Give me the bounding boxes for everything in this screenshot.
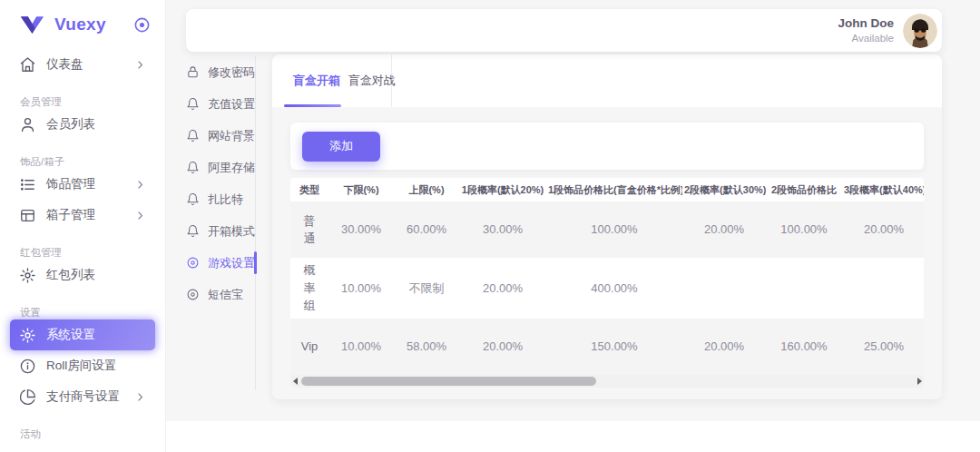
sidebar-item[interactable]: 会员列表 — [10, 109, 155, 140]
bell-icon — [186, 192, 200, 206]
info-icon — [19, 358, 36, 375]
scrollbar-track[interactable] — [299, 375, 915, 388]
table-cell — [842, 258, 924, 319]
table-cell: 60.00% — [394, 201, 459, 258]
settings-nav-item[interactable]: 扎比特 — [186, 183, 255, 215]
table-cell: 160.00% — [766, 319, 842, 375]
table-cell: 20.00% — [459, 319, 546, 375]
user-menu[interactable]: John Doe Available — [838, 14, 937, 48]
settings-nav-item[interactable]: 阿里存储 — [186, 152, 255, 183]
table-row: Vip10.00%58.00%20.00%150.00%20.00%160.00… — [290, 319, 924, 375]
user-icon — [19, 116, 36, 133]
table-row: 概率组10.00%不限制20.00%400.00% — [290, 258, 924, 319]
settings-nav-item-label: 阿里存储 — [208, 160, 255, 176]
settings-nav-item[interactable]: 开箱模式 — [186, 215, 255, 247]
brand-name: Vuexy — [54, 15, 106, 34]
disc-icon — [186, 256, 200, 270]
settings-nav-item[interactable]: 充值设置 — [186, 88, 255, 120]
table-cell: 概率组 — [290, 258, 328, 319]
page: Vuexy 仪表盘会员管理会员列表饰品/箱子饰品管理箱子管理红包管理红包列表设置… — [0, 0, 980, 452]
logo-row: Vuexy — [0, 0, 165, 49]
sidebar-item-label: 红包列表 — [46, 267, 95, 283]
home-icon — [19, 56, 36, 74]
tab-label: 盲盒开箱 — [293, 73, 340, 89]
table-header-cell: 1段饰品价格比(盲盒价格*比例) — [546, 178, 682, 201]
toolbar-card: 添加 — [290, 123, 924, 170]
sidebar-item[interactable]: 支付商号设置 — [10, 381, 155, 412]
table-header-cell: 3段概率(默认40%) — [842, 178, 924, 201]
box-icon — [19, 207, 36, 224]
user-texts: John Doe Available — [838, 16, 894, 44]
sidebar-menu: 仪表盘会员管理会员列表饰品/箱子饰品管理箱子管理红包管理红包列表设置系统设置Ro… — [0, 49, 165, 441]
sidebar-item-label: 支付商号设置 — [46, 388, 120, 405]
add-button[interactable]: 添加 — [302, 132, 380, 162]
lock-icon — [186, 65, 200, 79]
sidebar-section-label: 饰品/箱子 — [20, 154, 145, 169]
bell-icon — [186, 97, 200, 111]
settings-nav-item[interactable]: 网站背景 — [186, 120, 255, 152]
sidebar-section-label: 活动 — [20, 427, 145, 441]
sidebar-section-label: 设置 — [20, 305, 145, 319]
table-card: 类型下限(%)上限(%)1段概率(默认20%)1段饰品价格比(盲盒价格*比例)2… — [290, 178, 924, 388]
tab[interactable]: 盲盒开箱 — [293, 54, 340, 107]
table-header-cell: 1段概率(默认20%) — [459, 178, 546, 201]
disc-icon — [186, 288, 200, 301]
chevron-icon — [134, 59, 146, 71]
table-cell: 20.00% — [842, 201, 924, 258]
sidebar-item[interactable]: Roll房间设置 — [10, 350, 155, 381]
table-cell — [766, 258, 842, 319]
user-name: John Doe — [838, 16, 894, 32]
settings-nav-item[interactable]: 短信宝 — [186, 279, 255, 310]
chevron-icon — [134, 210, 146, 221]
settings-nav-item-label: 网站背景 — [208, 128, 255, 144]
tab-label: 盲盒对战 — [348, 73, 396, 89]
scrollbar-thumb[interactable] — [301, 377, 596, 386]
settings-table: 类型下限(%)上限(%)1段概率(默认20%)1段饰品价格比(盲盒价格*比例)2… — [290, 178, 924, 375]
list-icon — [19, 176, 36, 193]
sidebar-item-label: 饰品管理 — [46, 176, 95, 192]
table-cell: 100.00% — [546, 201, 682, 258]
settings-nav-item-label: 游戏设置 — [208, 255, 255, 271]
table-cell: Vip — [290, 319, 328, 375]
settings-nav-item-label: 修改密码 — [208, 64, 255, 81]
settings-nav: 修改密码充值设置网站背景阿里存储扎比特开箱模式游戏设置短信宝 — [186, 56, 256, 390]
sidebar-item[interactable]: 红包列表 — [10, 260, 155, 290]
sidebar-item-label: Roll房间设置 — [46, 358, 116, 374]
settings-nav-item-label: 开箱模式 — [208, 223, 255, 240]
table-header-row: 类型下限(%)上限(%)1段概率(默认20%)1段饰品价格比(盲盒价格*比例)2… — [290, 178, 924, 201]
table-cell — [682, 258, 766, 319]
table-header-cell: 2段概率(默认30%) — [682, 178, 766, 201]
table-cell: 25.00% — [842, 319, 924, 375]
settings-nav-item[interactable]: 游戏设置 — [186, 247, 255, 279]
table-header-cell: 上限(%) — [394, 178, 459, 201]
tab[interactable]: 盲盒对战 — [348, 54, 396, 107]
table-cell: 400.00% — [546, 258, 682, 319]
table-header-cell: 下限(%) — [328, 178, 394, 201]
table-cell: 100.00% — [766, 201, 842, 258]
sidebar-item[interactable]: 系统设置 — [10, 319, 155, 350]
horizontal-scrollbar[interactable] — [290, 375, 924, 388]
user-avatar[interactable] — [903, 14, 937, 48]
sidebar-item[interactable]: 饰品管理 — [10, 169, 155, 200]
scroll-left-arrow[interactable] — [290, 375, 299, 388]
gear-icon — [19, 267, 36, 284]
sidebar-item-label: 箱子管理 — [46, 207, 95, 223]
settings-nav-item-label: 扎比特 — [208, 192, 243, 208]
settings-nav-item[interactable]: 修改密码 — [186, 56, 255, 88]
table-header-cell: 2段饰品价格比 — [766, 178, 842, 201]
sidebar-item[interactable]: 仪表盘 — [10, 49, 155, 80]
table-row: 普通30.00%60.00%30.00%100.00%20.00%100.00%… — [290, 201, 924, 258]
table-cell: 58.00% — [394, 319, 459, 375]
scroll-right-arrow[interactable] — [915, 375, 924, 388]
sidebar-item-label: 仪表盘 — [46, 56, 83, 73]
main-card: 盲盒开箱盲盒对战 添加 类型下限(%)上限(%)1段概率(默认20%)1段饰品价… — [272, 54, 942, 399]
vuexy-logo-icon — [18, 15, 45, 34]
bell-icon — [186, 129, 200, 142]
pie-icon — [19, 388, 36, 406]
sidebar-item-label: 系统设置 — [46, 327, 95, 343]
header-card: John Doe Available — [186, 9, 942, 52]
menu-pin-toggle-icon[interactable] — [133, 16, 151, 34]
table-cell: 30.00% — [328, 201, 394, 258]
chevron-icon — [134, 179, 146, 191]
sidebar-item[interactable]: 箱子管理 — [10, 200, 155, 231]
